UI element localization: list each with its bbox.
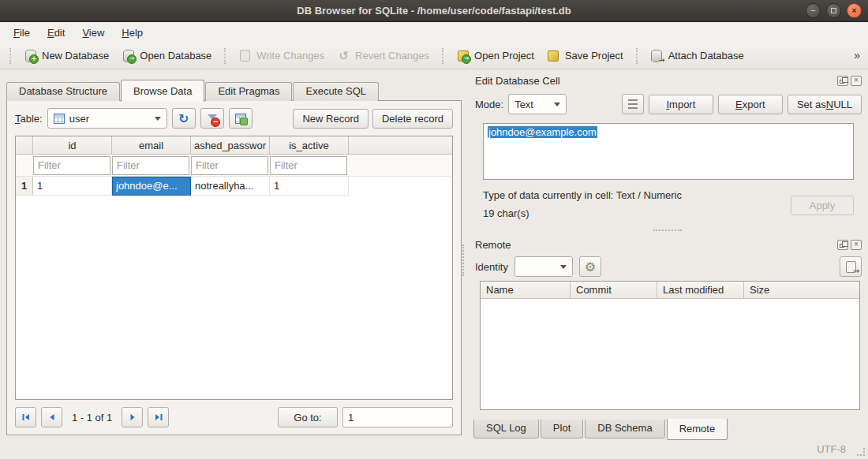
next-page-button[interactable]: [122, 407, 143, 427]
push-database-button[interactable]: [840, 256, 862, 277]
close-dock-button[interactable]: ×: [851, 76, 862, 86]
column-header-email[interactable]: email: [112, 136, 191, 154]
filter-input-id[interactable]: [33, 156, 110, 175]
first-page-icon: [21, 412, 31, 422]
db-new-icon: [24, 49, 37, 62]
menu-file[interactable]: File: [5, 24, 39, 42]
chevron-down-icon: [560, 265, 567, 269]
goto-input[interactable]: [342, 407, 453, 427]
new-record-button[interactable]: New Record: [293, 109, 369, 129]
first-page-button[interactable]: [15, 407, 36, 427]
table-select[interactable]: user: [47, 108, 167, 129]
open-project-label: Open Project: [474, 50, 534, 62]
minimize-button[interactable]: −: [806, 3, 821, 18]
db-open-icon: [122, 49, 135, 62]
toolbar-separator[interactable]: [636, 48, 638, 64]
column-header-id[interactable]: id: [33, 136, 112, 154]
remote-column-name[interactable]: Name: [481, 282, 571, 298]
filter-input-email[interactable]: [112, 156, 189, 175]
remote-column-commit[interactable]: Commit: [571, 282, 657, 298]
pagination-bar: 1 - 1 of 1 Go to:: [15, 406, 453, 428]
row-header[interactable]: 1: [16, 177, 33, 196]
tab-edit-pragmas[interactable]: Edit Pragmas: [205, 82, 292, 101]
table-cell-ashed-passwor[interactable]: notreallyha...: [191, 177, 270, 196]
maximize-button[interactable]: [826, 3, 841, 18]
bottom-tab-remote[interactable]: Remote: [667, 419, 728, 440]
bottom-tab-plot[interactable]: Plot: [541, 420, 583, 438]
open-project-button[interactable]: Open Project: [450, 46, 541, 65]
save-project-label: Save Project: [565, 50, 623, 62]
new-database-label: New Database: [42, 50, 109, 62]
mode-select[interactable]: Text: [508, 94, 567, 114]
remote-controls: Identity: [475, 256, 862, 278]
tab-browse-data[interactable]: Browse Data: [121, 80, 204, 102]
table-cell-is-active[interactable]: 1: [270, 177, 349, 196]
refresh-button[interactable]: [172, 108, 196, 129]
dock-buttons: ×: [837, 240, 862, 250]
word-wrap-button[interactable]: [622, 94, 644, 114]
toolbar-separator[interactable]: [224, 48, 226, 64]
identity-settings-button[interactable]: [579, 256, 601, 277]
toolbar-separator[interactable]: [442, 48, 443, 64]
table-cell-id[interactable]: 1: [33, 177, 112, 196]
float-dock-button[interactable]: [837, 76, 848, 86]
last-page-button[interactable]: [148, 407, 169, 427]
grid-corner[interactable]: [16, 136, 33, 154]
filter-input-is-active[interactable]: [270, 156, 347, 175]
remote-column-size[interactable]: Size: [744, 282, 859, 298]
resize-grip[interactable]: [856, 447, 865, 456]
mode-label: Mode:: [475, 99, 503, 110]
tab-execute-sql[interactable]: Execute SQL: [293, 82, 379, 101]
remote-file-table: NameCommitLast modifiedSize: [480, 281, 860, 410]
status-bar: UTF-8: [0, 442, 868, 459]
previous-page-button[interactable]: [41, 407, 62, 427]
bottom-tab-sql-log[interactable]: SQL Log: [473, 420, 539, 438]
clear-filters-button[interactable]: [200, 108, 224, 129]
import-button[interactable]: Import: [649, 95, 713, 114]
column-header-is-active[interactable]: is_active: [270, 136, 349, 154]
attach-database-button[interactable]: Attach Database: [644, 46, 750, 65]
write-icon: [238, 49, 252, 62]
goto-button[interactable]: Go to:: [278, 407, 338, 427]
mode-select-value: Text: [514, 99, 533, 110]
remote-table-body[interactable]: [481, 299, 859, 409]
filter-input-ashed-passwor[interactable]: [191, 156, 268, 175]
identity-select[interactable]: [514, 256, 573, 277]
bottom-tab-db-schema[interactable]: DB Schema: [585, 420, 664, 438]
toolbar-overflow-button[interactable]: »: [854, 49, 860, 62]
remote-column-last-modified[interactable]: Last modified: [657, 282, 744, 298]
new-database-button[interactable]: New Database: [17, 46, 115, 65]
attach-database-label: Attach Database: [668, 50, 744, 62]
apply-button[interactable]: Apply: [791, 196, 854, 215]
browse-controls: Table: user New Record Delete record: [15, 107, 453, 129]
next-page-icon: [128, 412, 137, 422]
save-results-button[interactable]: [229, 108, 253, 129]
menu-edit[interactable]: Edit: [39, 24, 73, 42]
record-buttons: New Record Delete record: [293, 109, 453, 129]
save-project-button[interactable]: Save Project: [541, 46, 630, 65]
refresh-icon: [177, 112, 190, 125]
cell-editor-selected-text: johndoe@example.com: [488, 126, 597, 138]
remote-title: Remote: [475, 239, 511, 251]
table-cell-email[interactable]: johndoe@e...: [112, 177, 191, 196]
revert-changes-button: Revert Changes: [331, 46, 436, 65]
close-button[interactable]: ×: [847, 3, 862, 18]
clear-filter-icon: [205, 112, 219, 125]
grid-body[interactable]: [16, 196, 452, 399]
float-dock-button[interactable]: [837, 240, 848, 250]
set-as-null-button[interactable]: Set as NULL: [788, 95, 862, 114]
column-header-ashed-passwor[interactable]: ashed_passwor: [191, 136, 270, 154]
export-button[interactable]: Export: [718, 95, 783, 114]
vertical-splitter[interactable]: [462, 244, 466, 276]
cell-editor[interactable]: johndoe@example.com: [483, 123, 854, 180]
delete-record-button[interactable]: Delete record: [372, 109, 453, 129]
horizontal-splitter[interactable]: [467, 227, 868, 233]
tab-database-structure[interactable]: Database Structure: [6, 82, 120, 101]
menu-help[interactable]: Help: [113, 24, 152, 42]
open-database-button[interactable]: Open Database: [115, 46, 218, 65]
toolbar-separator[interactable]: [9, 48, 11, 64]
close-dock-button[interactable]: ×: [851, 240, 862, 250]
menu-view[interactable]: View: [73, 24, 113, 42]
splitter-handle-icon: [653, 230, 682, 231]
float-icon: [840, 80, 844, 84]
